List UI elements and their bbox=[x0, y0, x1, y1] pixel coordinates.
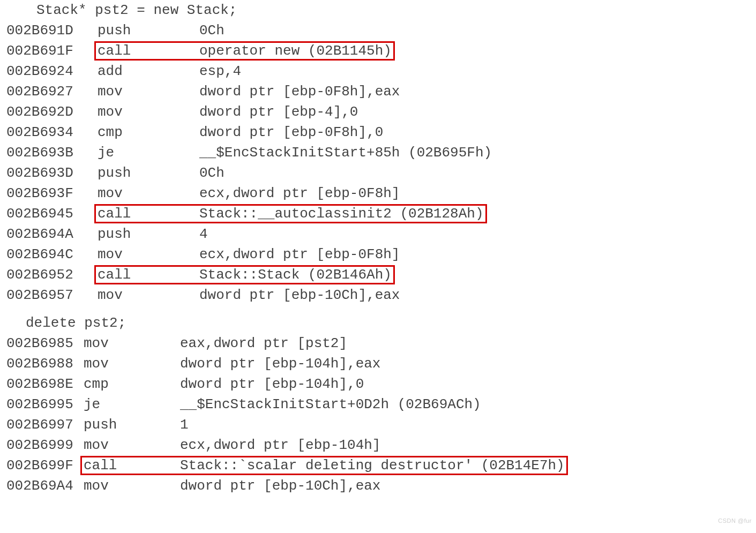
mnemonic: mov bbox=[98, 102, 199, 122]
operands: 0Ch bbox=[199, 163, 224, 183]
mnemonic: call bbox=[98, 204, 199, 224]
mnemonic: mov bbox=[84, 354, 180, 374]
operands: 4 bbox=[199, 224, 208, 244]
mnemonic: mov bbox=[98, 285, 199, 305]
mnemonic: add bbox=[98, 61, 199, 81]
mnemonic: mov bbox=[84, 435, 180, 455]
asm-line: 002B69A4movdword ptr [ebp-10Ch],eax bbox=[6, 476, 750, 496]
asm-line: 002B6999movecx,dword ptr [ebp-104h] bbox=[6, 435, 750, 455]
address: 002B694A bbox=[6, 224, 76, 244]
mnemonic: je bbox=[98, 142, 199, 163]
address: 002B692D bbox=[6, 102, 76, 122]
operands: Stack::`scalar deleting destructor' (02B… bbox=[180, 455, 565, 476]
operands: ecx,dword ptr [ebp-0F8h] bbox=[199, 244, 400, 265]
mnemonic: call bbox=[84, 455, 180, 476]
operands: eax,dword ptr [pst2] bbox=[180, 333, 347, 354]
address: 002B693B bbox=[6, 142, 76, 163]
address: 002B6934 bbox=[6, 122, 76, 142]
address: 002B6988 bbox=[6, 354, 72, 374]
mnemonic: call bbox=[98, 265, 199, 285]
mnemonic: call bbox=[98, 41, 199, 61]
asm-line: 002B6924addesp,4 bbox=[6, 61, 750, 81]
asm-line: 002B698Ecmpdword ptr [ebp-104h],0 bbox=[6, 374, 750, 394]
operands: dword ptr [ebp-0F8h],eax bbox=[199, 81, 400, 102]
operands: esp,4 bbox=[199, 61, 241, 81]
operands: dword ptr [ebp-10Ch],eax bbox=[180, 476, 380, 496]
asm-line: 002B693Dpush0Ch bbox=[6, 163, 750, 183]
asm-line: 002B6988movdword ptr [ebp-104h],eax bbox=[6, 354, 750, 374]
mnemonic: je bbox=[84, 394, 180, 415]
source-line-2: delete pst2; bbox=[6, 313, 750, 333]
operands: dword ptr [ebp-104h],0 bbox=[180, 374, 364, 394]
mnemonic: mov bbox=[98, 183, 199, 204]
operands: dword ptr [ebp-10Ch],eax bbox=[199, 285, 400, 305]
address: 002B6924 bbox=[6, 61, 76, 81]
address: 002B6927 bbox=[6, 81, 76, 102]
address: 002B6997 bbox=[6, 415, 72, 435]
operands: Stack::__autoclassinit2 (02B128Ah) bbox=[199, 204, 484, 224]
source-line-1: Stack* pst2 = new Stack; bbox=[6, 0, 750, 20]
mnemonic: push bbox=[98, 163, 199, 183]
mnemonic: mov bbox=[98, 81, 199, 102]
asm-line: 002B699FcallStack::`scalar deleting dest… bbox=[6, 455, 750, 476]
address: 002B69A4 bbox=[6, 476, 72, 496]
address: 002B6985 bbox=[6, 333, 72, 354]
asm-line: 002B6957movdword ptr [ebp-10Ch],eax bbox=[6, 285, 750, 305]
mnemonic: mov bbox=[84, 333, 180, 354]
asm-line: 002B694Apush4 bbox=[6, 224, 750, 244]
operands: dword ptr [ebp-104h],eax bbox=[180, 354, 380, 374]
operands: ecx,dword ptr [ebp-0F8h] bbox=[199, 183, 400, 204]
operands: dword ptr [ebp-4],0 bbox=[199, 102, 358, 122]
operands: 1 bbox=[180, 415, 189, 435]
operands: 0Ch bbox=[199, 20, 224, 41]
address: 002B693D bbox=[6, 163, 76, 183]
operands: dword ptr [ebp-0F8h],0 bbox=[199, 122, 383, 142]
address: 002B694C bbox=[6, 244, 76, 265]
mnemonic: push bbox=[98, 20, 199, 41]
mnemonic: push bbox=[84, 415, 180, 435]
mnemonic: mov bbox=[98, 244, 199, 265]
operands: operator new (02B1145h) bbox=[199, 41, 392, 61]
asm-line: 002B694Cmovecx,dword ptr [ebp-0F8h] bbox=[6, 244, 750, 265]
operands: __$EncStackInitStart+0D2h (02B69ACh) bbox=[180, 394, 481, 415]
asm-line: 002B6997push1 bbox=[6, 415, 750, 435]
asm-line: 002B6927movdword ptr [ebp-0F8h],eax bbox=[6, 81, 750, 102]
mnemonic: push bbox=[98, 224, 199, 244]
address: 002B693F bbox=[6, 183, 76, 204]
asm-line: 002B6945callStack::__autoclassinit2 (02B… bbox=[6, 204, 750, 224]
operands: Stack::Stack (02B146Ah) bbox=[199, 265, 392, 285]
address: 002B691D bbox=[6, 20, 76, 41]
address: 002B6995 bbox=[6, 394, 72, 415]
address: 002B6999 bbox=[6, 435, 72, 455]
address: 002B698E bbox=[6, 374, 72, 394]
asm-line: 002B6934cmpdword ptr [ebp-0F8h],0 bbox=[6, 122, 750, 142]
mnemonic: cmp bbox=[98, 122, 199, 142]
mnemonic: mov bbox=[84, 476, 180, 496]
address: 002B6945 bbox=[6, 204, 76, 224]
address: 002B699F bbox=[6, 455, 72, 476]
address: 002B6957 bbox=[6, 285, 76, 305]
asm-line: 002B6952callStack::Stack (02B146Ah) bbox=[6, 265, 750, 285]
operands: __$EncStackInitStart+85h (02B695Fh) bbox=[199, 142, 492, 163]
asm-line: 002B691Dpush0Ch bbox=[6, 20, 750, 41]
asm-line: 002B6985moveax,dword ptr [pst2] bbox=[6, 333, 750, 354]
asm-line: 002B6995je__$EncStackInitStart+0D2h (02B… bbox=[6, 394, 750, 415]
disassembly-block-1: 002B691Dpush0Ch002B691Fcalloperator new … bbox=[6, 20, 750, 305]
address: 002B6952 bbox=[6, 265, 76, 285]
disassembly-block-2: 002B6985moveax,dword ptr [pst2]002B6988m… bbox=[6, 333, 750, 496]
asm-line: 002B691Fcalloperator new (02B1145h) bbox=[6, 41, 750, 61]
address: 002B691F bbox=[6, 41, 76, 61]
mnemonic: cmp bbox=[84, 374, 180, 394]
asm-line: 002B693Fmovecx,dword ptr [ebp-0F8h] bbox=[6, 183, 750, 204]
asm-line: 002B692Dmovdword ptr [ebp-4],0 bbox=[6, 102, 750, 122]
asm-line: 002B693Bje__$EncStackInitStart+85h (02B6… bbox=[6, 142, 750, 163]
operands: ecx,dword ptr [ebp-104h] bbox=[180, 435, 380, 455]
